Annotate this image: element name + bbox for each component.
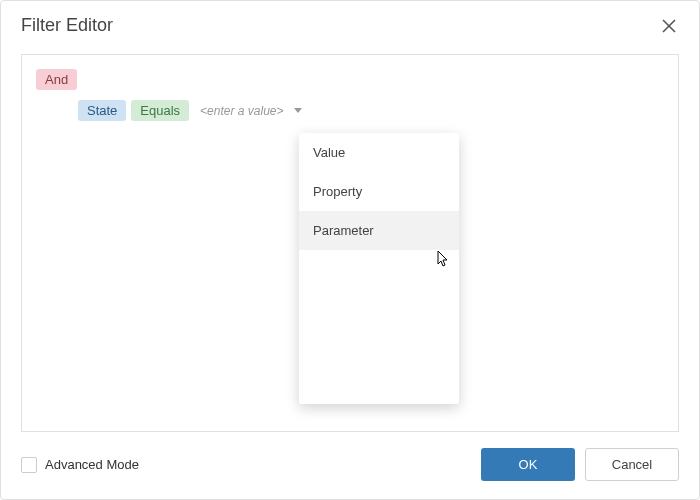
dialog-footer: Advanced Mode OK Cancel	[1, 432, 699, 499]
cancel-button[interactable]: Cancel	[585, 448, 679, 481]
operator-pill[interactable]: Equals	[131, 100, 189, 121]
field-pill[interactable]: State	[78, 100, 126, 121]
condition-row: State Equals <enter a value>	[78, 100, 664, 121]
value-placeholder: <enter a value>	[200, 104, 283, 118]
value-input[interactable]: <enter a value>	[194, 101, 307, 121]
dialog-header: Filter Editor	[1, 1, 699, 46]
value-type-dropdown: Value Property Parameter	[299, 133, 459, 404]
advanced-mode-checkbox[interactable]	[21, 457, 37, 473]
dropdown-item-value[interactable]: Value	[299, 133, 459, 172]
dialog-title: Filter Editor	[21, 15, 113, 36]
dropdown-item-parameter[interactable]: Parameter	[299, 211, 459, 250]
footer-left: Advanced Mode	[21, 457, 139, 473]
ok-button[interactable]: OK	[481, 448, 575, 481]
advanced-mode-label[interactable]: Advanced Mode	[45, 457, 139, 472]
close-icon	[662, 19, 676, 33]
filter-editor-dialog: Filter Editor And State Equals <enter a …	[0, 0, 700, 500]
close-button[interactable]	[659, 16, 679, 36]
dropdown-item-property[interactable]: Property	[299, 172, 459, 211]
group-operator-row: And	[36, 69, 664, 90]
footer-right: OK Cancel	[481, 448, 679, 481]
chevron-down-icon	[294, 108, 302, 113]
group-operator-pill[interactable]: And	[36, 69, 77, 90]
